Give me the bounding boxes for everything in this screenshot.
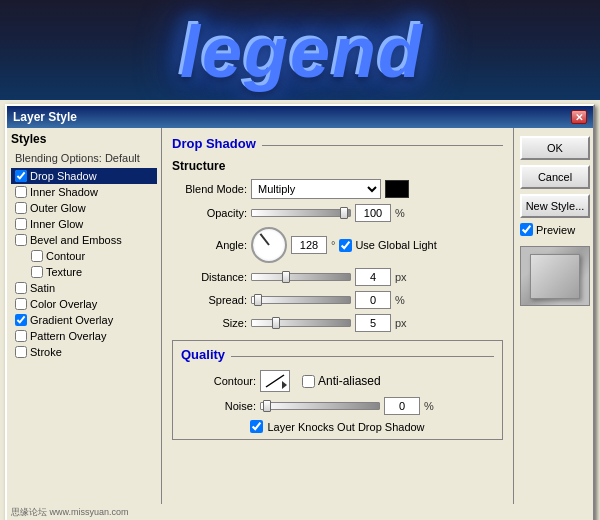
angle-input[interactable] — [291, 236, 327, 254]
distance-unit: px — [395, 271, 407, 283]
size-slider-thumb[interactable] — [272, 317, 280, 329]
color-overlay-label: Color Overlay — [30, 298, 97, 310]
quality-section: Quality Contour: Anti-aliased — [172, 340, 503, 440]
knockout-checkbox[interactable] — [250, 420, 263, 433]
anti-aliased-row: Anti-aliased — [302, 374, 381, 388]
noise-row: Noise: % — [181, 397, 494, 415]
anti-aliased-checkbox[interactable] — [302, 375, 315, 388]
close-button[interactable]: ✕ — [571, 110, 587, 124]
preview-inner — [530, 254, 580, 299]
contour-label: Contour: — [181, 375, 256, 387]
preview-checkbox[interactable] — [520, 223, 533, 236]
watermark: 思缘论坛 www.missyuan.com — [7, 504, 593, 520]
inner-glow-checkbox[interactable] — [15, 218, 27, 230]
outer-glow-checkbox[interactable] — [15, 202, 27, 214]
sidebar-item-bevel-emboss[interactable]: Bevel and Emboss — [11, 232, 157, 248]
opacity-row: Opacity: % — [172, 204, 503, 222]
action-buttons-panel: OK Cancel New Style... Preview — [513, 128, 593, 504]
preview-box — [520, 246, 590, 306]
opacity-input[interactable] — [355, 204, 391, 222]
texture-checkbox[interactable] — [31, 266, 43, 278]
sidebar-item-inner-glow[interactable]: Inner Glow — [11, 216, 157, 232]
opacity-unit: % — [395, 207, 405, 219]
stroke-label: Stroke — [30, 346, 62, 358]
outer-glow-label: Outer Glow — [30, 202, 86, 214]
noise-slider-thumb[interactable] — [263, 400, 271, 412]
shadow-color-swatch[interactable] — [385, 180, 409, 198]
inner-shadow-checkbox[interactable] — [15, 186, 27, 198]
satin-checkbox[interactable] — [15, 282, 27, 294]
preview-text: Preview — [536, 224, 575, 236]
global-light-label: Use Global Light — [355, 239, 436, 251]
spread-slider[interactable] — [251, 296, 351, 304]
angle-dial[interactable] — [251, 227, 287, 263]
sidebar-item-inner-shadow[interactable]: Inner Shadow — [11, 184, 157, 200]
blend-mode-select[interactable]: Multiply Normal Screen Overlay — [251, 179, 381, 199]
sidebar-item-texture[interactable]: Texture — [11, 264, 157, 280]
contour-dropdown-arrow-icon — [282, 381, 287, 389]
blending-options-label[interactable]: Blending Options: Default — [11, 150, 157, 166]
anti-aliased-label: Anti-aliased — [318, 374, 381, 388]
contour-picker[interactable] — [260, 370, 290, 392]
distance-slider-thumb[interactable] — [282, 271, 290, 283]
sidebar-item-outer-glow[interactable]: Outer Glow — [11, 200, 157, 216]
gradient-overlay-label: Gradient Overlay — [30, 314, 113, 326]
bevel-emboss-checkbox[interactable] — [15, 234, 27, 246]
angle-unit: ° — [331, 239, 335, 251]
new-style-button[interactable]: New Style... — [520, 194, 590, 218]
blend-mode-row: Blend Mode: Multiply Normal Screen Overl… — [172, 179, 503, 199]
spread-label: Spread: — [172, 294, 247, 306]
distance-input[interactable] — [355, 268, 391, 286]
blend-mode-label: Blend Mode: — [172, 183, 247, 195]
color-overlay-checkbox[interactable] — [15, 298, 27, 310]
contour-checkbox[interactable] — [31, 250, 43, 262]
spread-unit: % — [395, 294, 405, 306]
sidebar-item-pattern-overlay[interactable]: Pattern Overlay — [11, 328, 157, 344]
distance-slider[interactable] — [251, 273, 351, 281]
knockout-row: Layer Knocks Out Drop Shadow — [181, 420, 494, 433]
inner-shadow-label: Inner Shadow — [30, 186, 98, 198]
styles-label: Styles — [11, 132, 157, 146]
legend-title: LeGeND — [178, 9, 422, 91]
size-input[interactable] — [355, 314, 391, 332]
dialog-body: Styles Blending Options: Default Drop Sh… — [7, 128, 593, 504]
sidebar-item-satin[interactable]: Satin — [11, 280, 157, 296]
layer-style-dialog: Layer Style ✕ Styles Blending Options: D… — [5, 104, 595, 520]
quality-header: Quality — [181, 347, 494, 366]
spread-row: Spread: % — [172, 291, 503, 309]
sidebar-item-gradient-overlay[interactable]: Gradient Overlay — [11, 312, 157, 328]
drop-shadow-checkbox[interactable] — [15, 170, 27, 182]
ok-button[interactable]: OK — [520, 136, 590, 160]
opacity-slider-thumb[interactable] — [340, 207, 348, 219]
gradient-overlay-checkbox[interactable] — [15, 314, 27, 326]
noise-slider[interactable] — [260, 402, 380, 410]
noise-unit: % — [424, 400, 434, 412]
left-panel: Styles Blending Options: Default Drop Sh… — [7, 128, 162, 504]
global-light-checkbox[interactable] — [339, 239, 352, 252]
spread-input[interactable] — [355, 291, 391, 309]
spread-slider-thumb[interactable] — [254, 294, 262, 306]
quality-title: Quality — [181, 347, 225, 362]
distance-row: Distance: px — [172, 268, 503, 286]
opacity-slider[interactable] — [251, 209, 351, 217]
global-light-row: Use Global Light — [339, 239, 436, 252]
dialog-title: Layer Style — [13, 110, 77, 124]
structure-subtitle: Structure — [172, 159, 503, 173]
size-slider[interactable] — [251, 319, 351, 327]
cancel-button[interactable]: Cancel — [520, 165, 590, 189]
legend-banner: LeGeND — [0, 0, 600, 100]
sidebar-item-contour[interactable]: Contour — [11, 248, 157, 264]
sidebar-item-stroke[interactable]: Stroke — [11, 344, 157, 360]
sidebar-item-color-overlay[interactable]: Color Overlay — [11, 296, 157, 312]
contour-label: Contour — [46, 250, 85, 262]
title-bar: Layer Style ✕ — [7, 106, 593, 128]
pattern-overlay-checkbox[interactable] — [15, 330, 27, 342]
drop-shadow-section-title: Drop Shadow — [172, 136, 256, 151]
noise-input[interactable] — [384, 397, 420, 415]
stroke-checkbox[interactable] — [15, 346, 27, 358]
knockout-label: Layer Knocks Out Drop Shadow — [267, 421, 424, 433]
distance-label: Distance: — [172, 271, 247, 283]
size-label: Size: — [172, 317, 247, 329]
sidebar-item-drop-shadow[interactable]: Drop Shadow — [11, 168, 157, 184]
pattern-overlay-label: Pattern Overlay — [30, 330, 106, 342]
